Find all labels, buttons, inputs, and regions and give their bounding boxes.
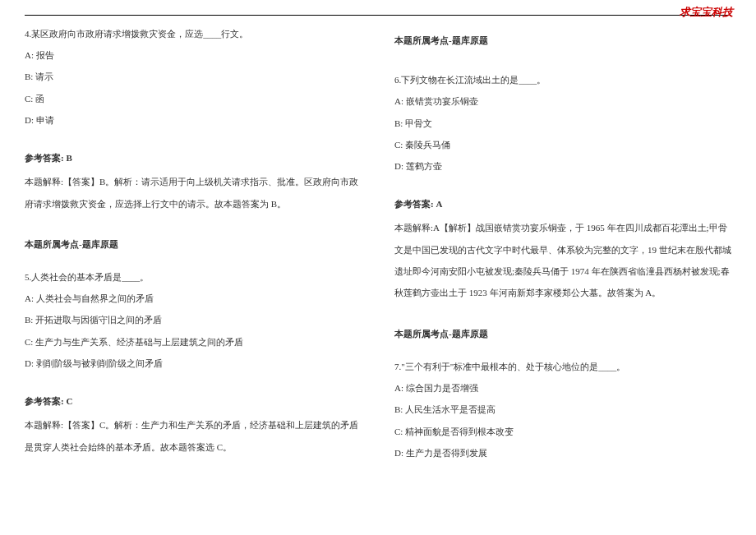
q5-explanation: 本题解释:【答案】C。解析：生产力和生产关系的矛盾，经济基础和上层建筑的矛盾是贯… — [25, 414, 362, 458]
q5-option-c: C: 生产力与生产关系、经济基础与上层建筑之间的矛盾 — [25, 332, 362, 352]
q4-stem: 4.某区政府向市政府请求增拨救灾资金，应选____行文。 — [25, 24, 362, 44]
watermark: 求宝宝科技 — [680, 5, 733, 20]
content-columns: 4.某区政府向市政府请求增拨救灾资金，应选____行文。 A: 报告 B: 请示… — [25, 24, 731, 466]
q6-option-a: A: 嵌错赏功宴乐铜壶 — [394, 91, 731, 111]
q6-option-d: D: 莲鹤方壶 — [394, 156, 731, 176]
q6-option-b: B: 甲骨文 — [394, 113, 731, 133]
q4-explanation: 本题解释:【答案】B。解析：请示适用于向上级机关请求指示、批准。区政府向市政府请… — [25, 171, 362, 214]
question-6: 6.下列文物在长江流域出土的是____。 A: 嵌错赏功宴乐铜壶 B: 甲骨文 … — [394, 70, 731, 344]
q4-point: 本题所属考点-题库原题 — [25, 234, 362, 254]
q4-option-a: A: 报告 — [25, 45, 362, 65]
q6-option-c: C: 秦陵兵马俑 — [394, 135, 731, 155]
q7-stem: 7."三个有利于"标准中最根本的、处于核心地位的是____。 — [394, 357, 731, 376]
top-divider — [25, 15, 731, 16]
point-top: 本题所属考点-题库原题 — [394, 30, 731, 50]
q6-answer: 参考答案: A — [394, 194, 731, 214]
question-5: 5.人类社会的基本矛盾是____。 A: 人类社会与自然界之间的矛盾 B: 开拓… — [25, 267, 362, 458]
q4-option-d: D: 申请 — [25, 110, 362, 130]
q6-point: 本题所属考点-题库原题 — [394, 324, 731, 344]
q7-option-d: D: 生产力是否得到发展 — [394, 443, 731, 463]
q5-option-d: D: 剥削阶级与被剥削阶级之间矛盾 — [25, 353, 362, 373]
q5-answer: 参考答案: C — [25, 391, 362, 411]
left-column: 4.某区政府向市政府请求增拨救灾资金，应选____行文。 A: 报告 B: 请示… — [25, 24, 362, 466]
q7-option-a: A: 综合国力是否增强 — [394, 378, 731, 398]
q7-option-b: B: 人民生活水平是否提高 — [394, 399, 731, 419]
q5-stem: 5.人类社会的基本矛盾是____。 — [25, 267, 362, 287]
q4-answer: 参考答案: B — [25, 148, 362, 168]
q7-option-c: C: 精神面貌是否得到根本改变 — [394, 422, 731, 441]
q6-explanation: 本题解释:A【解析】战国嵌错赏功宴乐铜壶，于 1965 年在四川成都百花潭出土;… — [394, 217, 731, 304]
q4-option-b: B: 请示 — [25, 67, 362, 86]
q4-option-c: C: 函 — [25, 89, 362, 108]
question-4: 4.某区政府向市政府请求增拨救灾资金，应选____行文。 A: 报告 B: 请示… — [25, 24, 362, 254]
q5-option-b: B: 开拓进取与因循守旧之间的矛盾 — [25, 310, 362, 330]
question-7: 7."三个有利于"标准中最根本的、处于核心地位的是____。 A: 综合国力是否… — [394, 357, 731, 463]
q6-stem: 6.下列文物在长江流域出土的是____。 — [394, 70, 731, 90]
q5-option-a: A: 人类社会与自然界之间的矛盾 — [25, 288, 362, 308]
right-column: 本题所属考点-题库原题 6.下列文物在长江流域出土的是____。 A: 嵌错赏功… — [394, 24, 731, 466]
